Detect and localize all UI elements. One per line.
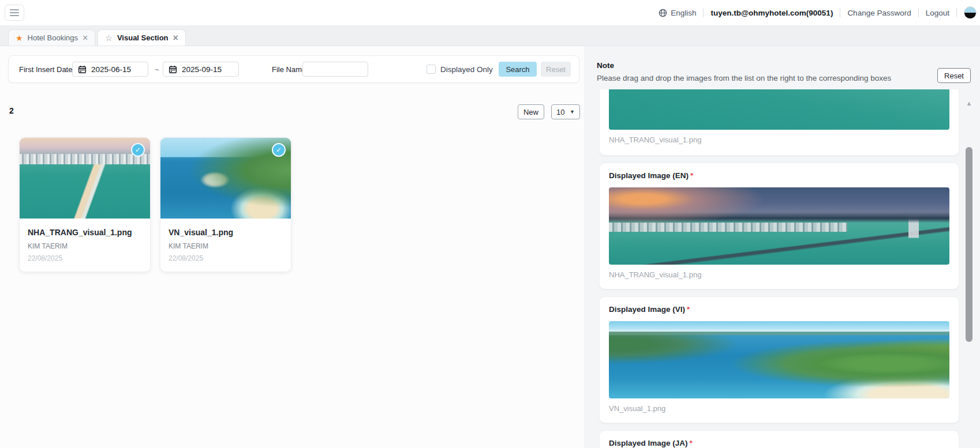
dropped-image-preview xyxy=(609,321,949,398)
displayed-only-checkbox[interactable] xyxy=(427,65,436,74)
account-area: English tuyen.tb@ohmyhotel.com(90051) Ch… xyxy=(659,6,977,19)
change-password-link[interactable]: Change Password xyxy=(847,9,911,17)
main-content: First Insert Date 2025-06-15 ~ 2025-09-1… xyxy=(0,46,980,448)
required-marker: * xyxy=(690,439,693,447)
new-button[interactable]: New xyxy=(518,104,544,119)
close-icon[interactable]: × xyxy=(83,33,88,43)
note-panel: Note Please drag and drop the images fro… xyxy=(584,46,980,448)
panel-reset-button[interactable]: Reset xyxy=(937,68,971,83)
language-label: English xyxy=(671,9,696,17)
note-instruction: Please drag and drop the images from the… xyxy=(597,74,891,82)
page-size-value: 10 xyxy=(556,108,564,116)
dropped-image-filename: VN_visual_1.png xyxy=(609,404,949,415)
page-size-select[interactable]: 10 ▼ xyxy=(551,104,580,119)
calendar-icon xyxy=(169,65,177,74)
date-to-input[interactable]: 2025-09-15 xyxy=(163,62,239,77)
result-count: 2 xyxy=(9,106,14,115)
file-thumbnail: ✓ xyxy=(20,138,150,219)
favorite-star-outline-icon[interactable]: ☆ xyxy=(105,33,113,43)
file-card-list: ✓ NHA_TRANG_visual_1.png KIM TAERIM 22/0… xyxy=(19,137,291,272)
displayed-only-label: Displayed Only xyxy=(440,65,493,74)
divider xyxy=(840,8,840,17)
tab-label: Hotel Bookings xyxy=(28,33,78,42)
hamburger-menu-button[interactable] xyxy=(5,5,24,21)
scrollbar-thumb[interactable] xyxy=(966,147,972,342)
custom-scrollbar: ▲ xyxy=(965,89,973,448)
tab-visual-section[interactable]: ☆ Visual Section × xyxy=(98,29,186,46)
favorite-star-icon[interactable]: ★ xyxy=(16,33,23,43)
date-from-value: 2025-06-15 xyxy=(91,65,131,74)
file-date: 22/08/2025 xyxy=(28,254,142,262)
file-author: KIM TAERIM xyxy=(28,242,142,250)
filter-bar: First Insert Date 2025-06-15 ~ 2025-09-1… xyxy=(8,55,579,83)
file-card[interactable]: ✓ VN_visual_1.png KIM TAERIM 22/08/2025 xyxy=(160,137,291,272)
divider xyxy=(918,8,919,17)
search-button[interactable]: Search xyxy=(499,62,537,77)
calendar-icon xyxy=(78,65,87,74)
language-selector[interactable]: English xyxy=(659,9,696,17)
displayed-image-dropzone[interactable]: NHA_TRANG_visual_1.png xyxy=(599,89,959,156)
displayed-image-ja-dropzone[interactable]: Displayed Image (JA)* xyxy=(599,430,959,448)
file-meta: VN_visual_1.png KIM TAERIM 22/08/2025 xyxy=(160,219,291,272)
note-title: Note xyxy=(597,61,614,70)
dropped-image-preview xyxy=(609,187,949,265)
user-avatar[interactable] xyxy=(964,6,977,19)
file-name-label: File Name xyxy=(272,65,306,74)
app-window: English tuyen.tb@ohmyhotel.com(90051) Ch… xyxy=(0,0,980,448)
file-meta: NHA_TRANG_visual_1.png KIM TAERIM 22/08/… xyxy=(20,219,150,272)
globe-icon xyxy=(659,9,667,17)
top-bar: English tuyen.tb@ohmyhotel.com(90051) Ch… xyxy=(0,0,980,25)
file-name: NHA_TRANG_visual_1.png xyxy=(28,228,142,237)
divider xyxy=(703,8,704,17)
file-card[interactable]: ✓ NHA_TRANG_visual_1.png KIM TAERIM 22/0… xyxy=(19,137,151,272)
displayed-image-scroll-area[interactable]: NHA_TRANG_visual_1.png Displayed Image (… xyxy=(599,89,959,448)
selected-check-icon[interactable]: ✓ xyxy=(131,143,145,157)
dropzone-label: Displayed Image (VI) xyxy=(609,305,685,314)
scroll-up-icon[interactable]: ▲ xyxy=(965,100,973,107)
close-icon[interactable]: × xyxy=(173,33,178,43)
file-list-pane: First Insert Date 2025-06-15 ~ 2025-09-1… xyxy=(0,46,584,448)
required-marker: * xyxy=(687,305,690,314)
chevron-down-icon: ▼ xyxy=(570,109,575,115)
filter-reset-button[interactable]: Reset xyxy=(541,62,571,77)
tab-strip: ★ Hotel Bookings × ☆ Visual Section × xyxy=(0,25,980,46)
selected-check-icon[interactable]: ✓ xyxy=(272,143,286,157)
displayed-image-vi-dropzone[interactable]: Displayed Image (VI)* VN_visual_1.png xyxy=(599,296,959,423)
logout-link[interactable]: Logout xyxy=(926,9,949,17)
dropped-image-filename: NHA_TRANG_visual_1.png xyxy=(609,135,949,146)
first-insert-date-label: First Insert Date xyxy=(19,65,72,74)
file-date: 22/08/2025 xyxy=(169,254,283,262)
required-marker: * xyxy=(690,171,693,180)
list-controls: New 10 ▼ xyxy=(518,104,580,119)
displayed-image-en-dropzone[interactable]: Displayed Image (EN)* NHA_TRANG_visual_1… xyxy=(599,163,959,289)
date-range-separator: ~ xyxy=(155,65,159,74)
tab-hotel-bookings[interactable]: ★ Hotel Bookings × xyxy=(8,29,95,46)
date-from-input[interactable]: 2025-06-15 xyxy=(72,62,148,77)
date-to-value: 2025-09-15 xyxy=(182,65,222,74)
dropzone-label: Displayed Image (EN) xyxy=(609,171,689,180)
divider xyxy=(956,8,957,17)
tab-label: Visual Section xyxy=(117,33,169,42)
account-email: tuyen.tb@ohmyhotel.com(90051) xyxy=(710,9,833,17)
dropped-image-preview xyxy=(609,89,949,130)
file-name: VN_visual_1.png xyxy=(169,228,283,237)
file-author: KIM TAERIM xyxy=(169,242,283,250)
dropzone-label: Displayed Image (JA) xyxy=(609,439,688,447)
file-thumbnail: ✓ xyxy=(160,138,291,219)
dropped-image-filename: NHA_TRANG_visual_1.png xyxy=(609,270,949,281)
file-name-input[interactable] xyxy=(302,62,368,77)
